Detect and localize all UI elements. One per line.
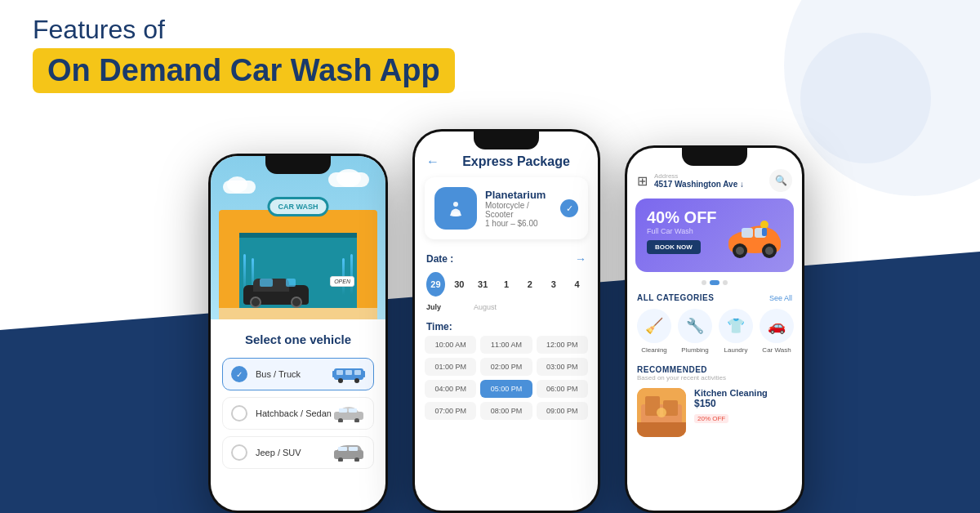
vehicle-label-sedan: Hatchback / Sedan — [256, 408, 332, 418]
phone-2: ← Express Package Planetarium Motorcycle… — [412, 129, 600, 513]
select-vehicle-title: Select one vehicle — [222, 332, 374, 346]
phone-2-notch — [474, 132, 539, 149]
date-item-31[interactable]: 31 — [474, 272, 492, 297]
date-item-2[interactable]: 2 — [520, 272, 539, 297]
date-item-3[interactable]: 3 — [544, 272, 563, 297]
vehicle-label-suv: Jeep / SUV — [256, 448, 332, 457]
date-item-30[interactable]: 30 — [450, 272, 469, 297]
phone-3-notch — [682, 148, 747, 166]
svg-rect-1 — [332, 371, 336, 377]
phone-1: CAR WASH — [208, 154, 388, 513]
search-button[interactable]: 🔍 — [769, 169, 792, 192]
bus-icon — [332, 365, 365, 383]
svg-point-19 — [451, 212, 461, 216]
carwash-label: Car Wash — [760, 346, 794, 354]
phone1-content: Select one vehicle ✓ Bus / Truck — [211, 319, 385, 488]
svg-rect-5 — [354, 370, 361, 375]
time-1100[interactable]: 11:00 AM — [480, 336, 532, 354]
time-1800[interactable]: 06:00 PM — [537, 380, 588, 398]
category-laundry[interactable]: 👕 Laundry — [719, 309, 753, 354]
categories-row: 🧹 Cleaning 🔧 Plumbing 👕 Laundry 🚗 Car Wa… — [627, 309, 802, 362]
phone-3: ⊞ Address 4517 Washington Ave ↓ 🔍 40% OF… — [625, 145, 804, 513]
carwash-sign: CAR WASH — [268, 197, 329, 216]
month-july: July — [426, 303, 441, 311]
category-cleaning[interactable]: 🧹 Cleaning — [637, 309, 671, 354]
plumbing-icon: 🔧 — [678, 309, 712, 343]
phones-container: CAR WASH — [82, 113, 931, 513]
sedan-icon — [332, 404, 365, 422]
rec-name: Kitchen Cleaning — [694, 388, 792, 398]
open-sign: OPEN — [330, 276, 354, 287]
rec-image — [637, 388, 686, 437]
svg-rect-17 — [349, 447, 358, 451]
package-card[interactable]: Planetarium Motorcycle / Scooter 1 hour … — [425, 177, 588, 239]
date-item-4[interactable]: 4 — [568, 272, 586, 297]
back-button[interactable]: ← — [426, 154, 439, 169]
package-info: Planetarium Motorcycle / Scooter 1 hour … — [485, 189, 552, 228]
time-1400[interactable]: 02:00 PM — [480, 358, 532, 376]
features-label: Features of — [33, 15, 455, 45]
book-now-button[interactable]: BOOK NOW — [647, 240, 701, 254]
title-banner: On Demand Car Wash App — [33, 48, 455, 93]
time-1200[interactable]: 12:00 PM — [537, 336, 588, 354]
svg-point-25 — [736, 247, 744, 255]
svg-point-27 — [765, 247, 773, 255]
date-item-1[interactable]: 1 — [497, 272, 516, 297]
address-label: Address — [654, 172, 763, 180]
water-jet-3 — [350, 254, 353, 295]
phone-1-screen: CAR WASH — [211, 156, 385, 511]
month-august: August — [474, 303, 497, 311]
date-section-label: Date : → — [415, 248, 598, 269]
door-frame — [239, 233, 357, 238]
header-section: Features of On Demand Car Wash App — [33, 15, 455, 93]
recommended-subtitle: Based on your recent activities — [637, 374, 792, 381]
promo-banner[interactable]: 40% OFF Full Car Wash BOOK NOW — [635, 199, 794, 272]
category-carwash[interactable]: 🚗 Car Wash — [760, 309, 794, 354]
vehicle-item-bus[interactable]: ✓ Bus / Truck — [222, 358, 374, 390]
svg-rect-12 — [349, 408, 357, 413]
category-plumbing[interactable]: 🔧 Plumbing — [678, 309, 712, 354]
svg-rect-13 — [334, 450, 363, 459]
vehicle-checkbox-bus: ✓ — [231, 366, 247, 382]
time-1000[interactable]: 10:00 AM — [425, 336, 476, 354]
date-item-29[interactable]: 29 — [426, 272, 445, 297]
dot-1 — [702, 280, 706, 285]
time-1900[interactable]: 07:00 PM — [425, 402, 476, 420]
recommended-card[interactable]: Kitchen Cleaning $150 20% OFF — [637, 388, 792, 437]
time-2000[interactable]: 08:00 PM — [480, 402, 532, 420]
month-labels: July August — [415, 301, 598, 316]
svg-point-18 — [453, 202, 458, 207]
time-1700[interactable]: 05:00 PM — [480, 380, 532, 398]
svg-rect-22 — [742, 228, 753, 238]
promo-car-icon — [722, 213, 787, 265]
phone-1-notch — [265, 156, 331, 174]
date-row: 29 30 31 1 2 3 4 — [415, 269, 598, 301]
time-2100[interactable]: 09:00 PM — [537, 402, 588, 420]
laundry-icon: 👕 — [719, 309, 753, 343]
package-icon — [434, 187, 477, 230]
carwash-building: CAR WASH — [219, 189, 377, 319]
svg-rect-29 — [762, 228, 767, 236]
rec-price: $150 — [694, 398, 792, 409]
svg-point-35 — [657, 408, 666, 417]
ground — [219, 308, 377, 319]
time-1300[interactable]: 01:00 PM — [425, 358, 476, 376]
time-1500[interactable]: 03:00 PM — [537, 358, 588, 376]
laundry-label: Laundry — [719, 346, 753, 354]
suv-icon — [332, 444, 365, 462]
address-value[interactable]: 4517 Washington Ave ↓ — [654, 180, 763, 189]
time-label: Time: — [426, 321, 452, 332]
main-title: On Demand Car Wash App — [47, 53, 440, 88]
package-name: Planetarium — [485, 189, 552, 201]
grid-icon[interactable]: ⊞ — [637, 173, 648, 189]
svg-point-28 — [760, 221, 768, 229]
vehicle-item-suv[interactable]: Jeep / SUV — [222, 436, 374, 469]
see-all-button[interactable]: See All — [769, 294, 792, 302]
date-label: Date : — [426, 253, 453, 265]
vehicle-item-sedan[interactable]: Hatchback / Sedan — [222, 397, 374, 430]
cleaning-icon: 🧹 — [637, 309, 671, 343]
time-1600[interactable]: 04:00 PM — [425, 380, 476, 398]
vehicle-label-bus: Bus / Truck — [256, 369, 332, 379]
package-type: Motorcycle / Scooter — [485, 201, 552, 219]
svg-rect-8 — [334, 412, 363, 420]
